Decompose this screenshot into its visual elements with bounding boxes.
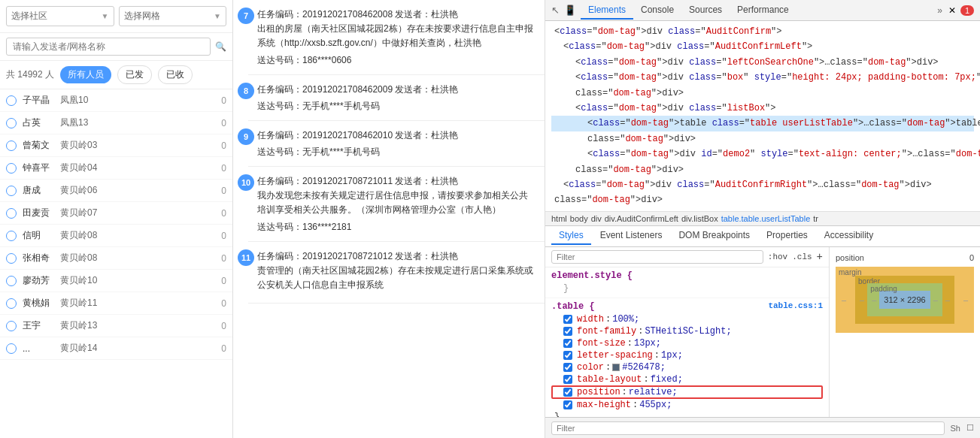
dom-line[interactable]: <class="dom-tag">div class="box" style="…: [551, 70, 974, 85]
community-select-label: 选择社区: [11, 10, 47, 23]
user-item[interactable]: 廖劲芳 黄贝岭10 0: [0, 270, 232, 292]
style-value[interactable]: 13px;: [634, 338, 661, 349]
filter-row: :hov .cls +: [545, 247, 829, 267]
dom-line[interactable]: <class="dom-tag">div class="listBox">: [551, 101, 974, 116]
sub-tab-styles[interactable]: Styles: [551, 227, 591, 245]
devtools-panel: ↖ 📱 Elements Console Sources Performance…: [545, 0, 980, 438]
user-item[interactable]: 占英 凤凰13 0: [0, 112, 232, 134]
dom-line[interactable]: <class="dom-tag">div id="demo2" style="t…: [551, 147, 974, 162]
breadcrumb-item[interactable]: div.listBox: [681, 214, 718, 223]
dom-line[interactable]: class="dom-tag">div>: [551, 162, 974, 177]
dom-line[interactable]: <class="dom-tag">div class="leftConSearc…: [551, 55, 974, 70]
style-value[interactable]: #526478;: [622, 362, 666, 373]
user-radio: [6, 140, 17, 151]
tab-console[interactable]: Console: [633, 2, 681, 20]
user-count: 0: [211, 95, 226, 106]
dom-line[interactable]: class="dom-tag">div>: [551, 131, 974, 147]
user-item[interactable]: 钟喜平 黄贝岭04 0: [0, 157, 232, 180]
bottom-checkbox[interactable]: ☐: [966, 423, 974, 433]
dom-line[interactable]: <class="dom-tag">table class="table user…: [551, 116, 974, 131]
style-checkbox[interactable]: [563, 315, 572, 324]
tab-all-users[interactable]: 所有人员: [60, 66, 111, 83]
breadcrumb-bar: html body div div.AuditConfirmLeft div.l…: [545, 212, 980, 226]
border-left: –: [860, 295, 864, 304]
breadcrumb-item[interactable]: table.table.userListTable: [721, 214, 811, 223]
style-source[interactable]: table.css:1: [768, 301, 823, 310]
breadcrumb-item[interactable]: div: [591, 214, 602, 223]
cursor-icon[interactable]: ↖: [551, 5, 560, 16]
breadcrumb-item[interactable]: html: [551, 214, 567, 223]
sub-tab-accessibility[interactable]: Accessibility: [817, 227, 881, 245]
dom-line[interactable]: <class="dom-tag">div class="AuditConfirm…: [551, 39, 974, 54]
search-row: 🔍: [0, 33, 232, 61]
more-tabs-button[interactable]: »: [937, 5, 942, 16]
filter-hov-button[interactable]: :hov: [768, 252, 787, 261]
filter-input[interactable]: [551, 250, 763, 264]
tab-performance[interactable]: Performance: [730, 2, 796, 20]
tab-sources[interactable]: Sources: [681, 2, 730, 20]
style-value[interactable]: 1px;: [661, 350, 683, 361]
styles-rules: element.style {}.table {table.css:1width…: [545, 267, 829, 417]
dom-line[interactable]: <class="dom-tag">div class="AuditConfirm…: [551, 24, 974, 39]
user-item[interactable]: 田麦贡 黄贝岭07 0: [0, 202, 232, 225]
styles-panel: :hov .cls + element.style {}.table {tabl…: [545, 247, 980, 417]
user-item[interactable]: 唐成 黄贝岭06 0: [0, 180, 232, 202]
style-close: }: [551, 411, 823, 417]
bottom-filter-input[interactable]: [551, 421, 945, 435]
user-count: 0: [211, 253, 226, 264]
style-checkbox[interactable]: [563, 351, 572, 360]
user-name: 黄桃娟: [23, 297, 60, 310]
dom-line[interactable]: <class="dom-tag">div class="AuditConfirm…: [551, 177, 974, 192]
style-checkbox[interactable]: [563, 400, 572, 409]
style-checkbox[interactable]: [563, 339, 572, 348]
user-grid: 凤凰10: [60, 94, 211, 107]
breadcrumb-item[interactable]: div.AuditConfirmLeft: [605, 214, 678, 223]
dom-line[interactable]: class="dom-tag">div>: [551, 192, 974, 207]
sub-tab-properties[interactable]: Properties: [759, 227, 815, 245]
search-icon[interactable]: 🔍: [215, 41, 226, 52]
breadcrumb-item[interactable]: body: [570, 214, 588, 223]
style-value[interactable]: fixed;: [651, 374, 683, 385]
task-header: 任务编码：201912021708721012 发送者：杜洪艳责管理的（南天社区…: [257, 249, 536, 293]
device-icon[interactable]: 📱: [564, 5, 576, 16]
user-radio: [6, 163, 17, 174]
user-item[interactable]: ... 黄贝岭14 0: [0, 337, 232, 360]
filter-add-button[interactable]: +: [817, 251, 823, 263]
user-item[interactable]: 黄桃娟 黄贝岭11 0: [0, 292, 232, 315]
style-value[interactable]: relative;: [629, 387, 678, 397]
style-selector[interactable]: element.style {: [551, 270, 823, 281]
style-selector[interactable]: .table {table.css:1: [551, 301, 823, 312]
style-checkbox[interactable]: [563, 327, 572, 336]
style-rule: .table {table.css:1width:100%;font-famil…: [545, 298, 829, 417]
user-item[interactable]: 子平晶 凤凰10 0: [0, 89, 232, 112]
dom-line[interactable]: class="dom-tag">div>: [551, 86, 974, 101]
style-key: max-height: [577, 400, 631, 410]
style-value[interactable]: 100%;: [612, 314, 639, 325]
user-item[interactable]: 信明 黄贝岭08 0: [0, 225, 232, 247]
tab-received[interactable]: 已收: [158, 65, 193, 84]
grid-select[interactable]: 选择网格 ▼: [119, 6, 227, 26]
style-value[interactable]: STHeitiSC-Light;: [645, 326, 731, 337]
filter-cls-button[interactable]: .cls: [792, 252, 812, 261]
close-icon[interactable]: ✕: [948, 5, 956, 16]
user-count: 0: [211, 163, 226, 174]
style-checkbox[interactable]: [563, 375, 572, 384]
user-item[interactable]: 王宇 黄贝岭13 0: [0, 315, 232, 337]
tab-sent[interactable]: 已发: [117, 65, 152, 84]
style-key: table-layout: [577, 374, 642, 385]
user-item[interactable]: 张相奇 黄贝岭08 0: [0, 247, 232, 270]
user-radio: [6, 253, 17, 264]
sub-tab-event-listeners[interactable]: Event Listeners: [593, 227, 670, 245]
user-item[interactable]: 曾菊文 黄贝岭03 0: [0, 134, 232, 157]
style-value[interactable]: 455px;: [639, 400, 672, 410]
breadcrumb-item[interactable]: tr: [813, 214, 818, 223]
community-select[interactable]: 选择社区 ▼: [6, 6, 114, 26]
style-checkbox[interactable]: [563, 388, 572, 397]
user-name: 王宇: [23, 319, 60, 332]
style-checkbox[interactable]: [563, 363, 572, 372]
sub-tab-dom-breakpoints[interactable]: DOM Breakpoints: [671, 227, 757, 245]
tab-elements[interactable]: Elements: [581, 2, 633, 20]
search-input[interactable]: [6, 38, 211, 56]
style-property: font-family:STHeitiSC-Light;: [551, 325, 823, 337]
padding-right: –: [933, 295, 938, 304]
